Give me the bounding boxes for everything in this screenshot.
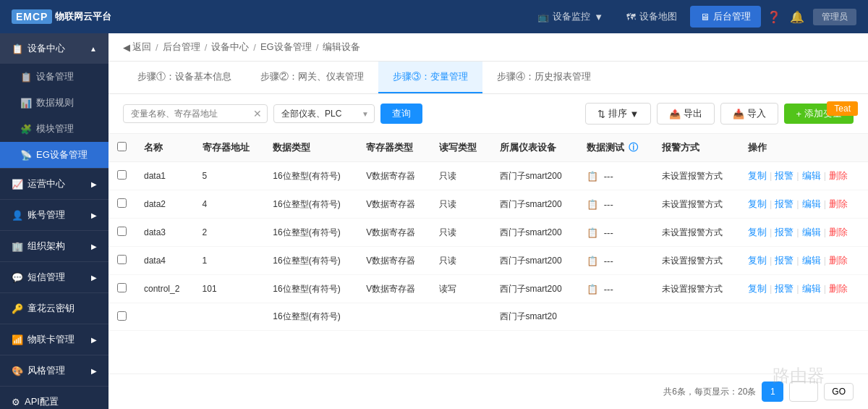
sidebar-section-header-device-center[interactable]: 📋 设备中心 ▲ [0,33,109,64]
question-icon[interactable]: ⓘ [629,142,638,153]
sidebar-item-sms[interactable]: 💬 短信管理 ▶ [0,262,109,292]
action-删除[interactable]: 删除 [829,283,848,294]
sidebar-section-org: 🏢 组织架构 ▶ [0,231,109,262]
user-avatar[interactable]: 管理员 [813,9,856,25]
row-checkbox-3[interactable] [117,255,127,264]
action-复制[interactable]: 复制 [748,227,767,237]
step-tab-3[interactable]: 步骤③：变量管理 [378,62,482,93]
sidebar-item-style[interactable]: 🎨 风格管理 ▶ [0,355,109,386]
cell-name: data2 [135,190,194,219]
clear-search-icon[interactable]: ✕ [253,108,262,119]
style-icon: 🎨 [12,366,23,376]
action-复制[interactable]: 复制 [748,283,767,294]
table-row: data3 2 16位整型(有符号) V数据寄存器 只读 西门子smart200… [109,219,868,247]
action-编辑[interactable]: 编辑 [802,255,821,266]
device-type-select[interactable]: 全部仪表、PLC [273,104,375,123]
sidebar-item-device-mgmt[interactable]: 📋 设备管理 [0,64,109,90]
action-报警[interactable]: 报警 [775,198,793,209]
action-删除[interactable]: 删除 [829,227,848,237]
action-删除[interactable]: 删除 [829,255,848,266]
sidebar-item-org[interactable]: 🏢 组织架构 ▶ [0,231,109,261]
sidebar-item-account[interactable]: 👤 账号管理 ▶ [0,200,109,230]
data-test-icon[interactable]: 📋 [587,171,598,182]
action-删除[interactable]: 删除 [829,198,848,209]
sidebar-item-iot-card[interactable]: 📶 物联卡管理 ▶ [0,324,109,355]
cell-register-type: V数据寄存器 [357,219,430,247]
col-name: 名称 [135,134,194,162]
table-row: control_2 101 16位整型(有符号) V数据寄存器 读写 西门子sm… [109,275,868,303]
action-编辑[interactable]: 编辑 [802,170,821,181]
bell-icon[interactable]: 🔔 [790,10,804,24]
nav-device-map[interactable]: 🗺 设备地图 [616,6,687,28]
row-checkbox-2[interactable] [117,227,127,236]
breadcrumb-backend[interactable]: 后台管理 [163,41,200,54]
action-删除[interactable]: 删除 [829,170,848,181]
main-layout: 📋 设备中心 ▲ 📋 设备管理 📊 数据规则 🧩 模块管理 📡 EG设备管理 [0,33,868,409]
sort-button[interactable]: ⇅ 排序 ▼ [585,103,652,125]
action-复制[interactable]: 复制 [748,255,767,266]
test-badge: Teat [827,101,858,116]
select-all-checkbox[interactable] [117,142,127,151]
go-button[interactable]: GO [824,383,854,400]
cell-test: 📋 --- [578,275,653,303]
row-checkbox[interactable] [117,311,127,321]
sidebar-item-eg-device[interactable]: 📡 EG设备管理 [0,142,109,168]
sidebar-item-api[interactable]: ⚙ API配置 [0,387,109,409]
breadcrumb-eg-device[interactable]: EG设备管理 [260,41,312,54]
device-mgmt-icon: 📋 [20,72,32,83]
data-rules-icon: 📊 [20,98,32,109]
page-jump-input[interactable] [789,381,818,402]
action-复制[interactable]: 复制 [748,198,767,209]
cell-test: 📋 --- [578,219,653,247]
help-icon[interactable]: ❓ [767,10,781,24]
action-报警[interactable]: 报警 [775,255,793,266]
action-编辑[interactable]: 编辑 [802,227,821,237]
query-button[interactable]: 查询 [380,104,422,124]
cell-register-addr: 1 [194,247,265,275]
data-test-icon[interactable]: 📋 [587,227,598,238]
row-checkbox-0[interactable] [117,170,127,180]
col-register-type: 寄存器类型 [357,134,430,162]
action-复制[interactable]: 复制 [748,170,767,181]
sidebar: 📋 设备中心 ▲ 📋 设备管理 📊 数据规则 🧩 模块管理 📡 EG设备管理 [0,33,109,409]
sidebar-section-iot-card: 📶 物联卡管理 ▶ [0,324,109,355]
import-button[interactable]: 📥 导入 [720,103,778,125]
action-报警[interactable]: 报警 [775,283,793,294]
sidebar-item-data-rules[interactable]: 📊 数据规则 [0,90,109,116]
iot-card-chevron: ▶ [91,336,97,344]
cell-actions: 复制|报警|编辑|删除 [739,275,868,303]
table-header-row: 名称 寄存器地址 数据类型 寄存器类型 读写类型 所属仪表设备 数据测试 ⓘ 报… [109,134,868,162]
data-test-icon[interactable]: 📋 [587,256,598,266]
toolbar-right: ⇅ 排序 ▼ 📤 导出 📥 导入 + 添加变量 [585,103,854,125]
cell-name: data1 [135,162,194,190]
cell-register-addr: 5 [194,162,265,190]
cell-register-type: V数据寄存器 [357,162,430,190]
data-test-icon[interactable]: 📋 [587,284,598,295]
cell-rw-type: 只读 [430,219,490,247]
sidebar-item-module-mgmt[interactable]: 🧩 模块管理 [0,116,109,142]
import-icon: 📥 [733,109,744,119]
step-tab-1[interactable]: 步骤①：设备基本信息 [123,62,246,93]
search-input[interactable] [123,104,268,123]
sidebar-item-ops-center[interactable]: 📈 运营中心 ▶ [0,169,109,199]
page-btn-1[interactable]: 1 [762,381,783,402]
sidebar-item-key[interactable]: 🔑 童花云密钥 [0,293,109,324]
step-tab-2[interactable]: 步骤②：网关、仪表管理 [246,62,378,93]
row-checkbox-1[interactable] [117,198,127,208]
org-chevron: ▶ [91,243,97,250]
row-checkbox-4[interactable] [117,283,127,292]
cell-rw-type: 只读 [430,190,490,219]
export-button[interactable]: 📤 导出 [657,103,715,125]
action-报警[interactable]: 报警 [775,170,793,181]
nav-backend[interactable]: 🖥 后台管理 [690,6,761,28]
iot-card-icon: 📶 [12,334,23,345]
breadcrumb-device-center[interactable]: 设备中心 [211,41,249,54]
action-编辑[interactable]: 编辑 [802,198,821,209]
nav-device-monitor[interactable]: 📺 设备监控 ▼ [527,6,613,28]
back-button[interactable]: ◀ 返回 [123,41,151,54]
action-报警[interactable]: 报警 [775,227,793,237]
action-编辑[interactable]: 编辑 [802,283,821,294]
data-test-icon[interactable]: 📋 [587,199,598,210]
step-tab-4[interactable]: 步骤④：历史报表管理 [482,62,605,93]
key-icon: 🔑 [12,303,23,314]
